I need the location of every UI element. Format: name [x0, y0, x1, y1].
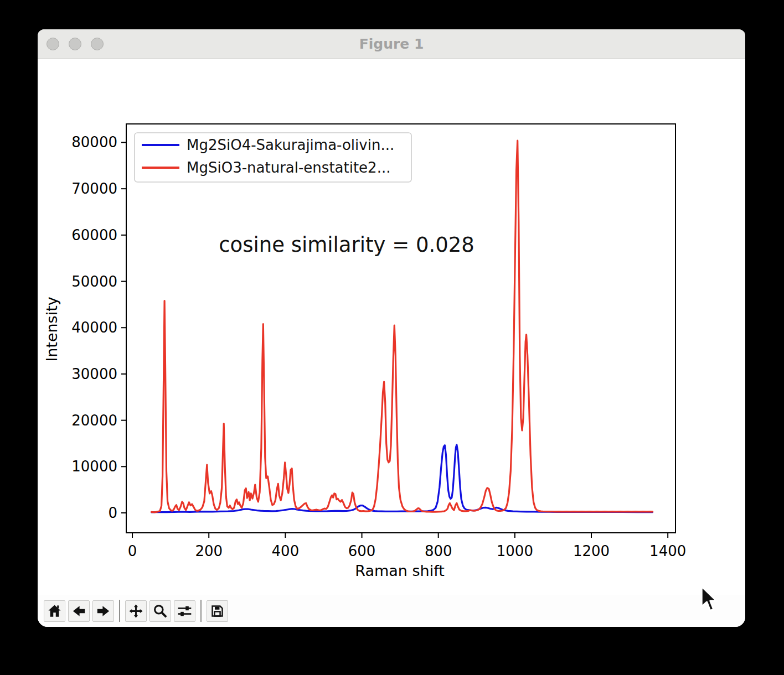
y-tick-label: 20000	[71, 412, 117, 429]
y-tick-label: 0	[108, 505, 117, 521]
legend-label: MgSiO3-natural-enstatite2...	[187, 159, 390, 176]
x-tick-label: 200	[195, 543, 223, 559]
sliders-icon	[177, 604, 192, 619]
y-tick-label: 70000	[71, 180, 117, 197]
magnifier-icon	[153, 604, 168, 619]
zoom-rect-button[interactable]	[149, 600, 171, 622]
x-axis-label: Raman shift	[355, 562, 445, 579]
x-tick-label: 600	[348, 543, 376, 559]
toolbar-separator	[200, 600, 202, 622]
save-button[interactable]	[207, 600, 228, 622]
y-tick-label: 10000	[71, 458, 117, 475]
x-tick-label: 800	[425, 543, 452, 559]
desktop-background: { "window": { "title": "Figure 1" }, "to…	[0, 0, 784, 675]
window-title: Figure 1	[38, 29, 745, 59]
pan-icon	[128, 604, 143, 619]
x-tick-label: 400	[272, 543, 300, 559]
x-tick-label: 1400	[649, 543, 686, 559]
raman-spectra-chart: 0200400600800100012001400010000200003000…	[38, 59, 745, 595]
annotation-text: cosine similarity = 0.028	[219, 233, 474, 257]
y-axis-label: Intensity	[43, 297, 60, 362]
forward-arrow-icon	[96, 604, 111, 619]
y-tick-label: 60000	[71, 227, 117, 243]
toolbar-separator	[119, 600, 120, 622]
home-icon	[47, 604, 62, 619]
y-tick-label: 30000	[71, 366, 117, 382]
x-tick-label: 1000	[497, 543, 533, 559]
figure-window: Figure 1 0200400600800100012001400010000…	[38, 29, 745, 627]
y-tick-label: 40000	[71, 319, 117, 336]
x-tick-label: 0	[128, 543, 137, 559]
save-icon	[210, 604, 225, 619]
y-tick-label: 50000	[71, 273, 117, 290]
x-tick-label: 1200	[573, 543, 610, 559]
back-button[interactable]	[68, 600, 90, 622]
home-button[interactable]	[44, 600, 65, 622]
navigation-toolbar	[38, 595, 745, 627]
pan-button[interactable]	[125, 600, 147, 622]
y-tick-label: 80000	[71, 134, 117, 150]
configure-subplots-button[interactable]	[174, 600, 195, 622]
back-arrow-icon	[71, 604, 86, 619]
legend-label: Mg2SiO4-Sakurajima-olivin...	[187, 137, 394, 153]
figure-canvas[interactable]: 0200400600800100012001400010000200003000…	[38, 59, 745, 595]
spectrum-line-1	[152, 141, 653, 512]
axes-frame	[126, 124, 675, 533]
forward-button[interactable]	[92, 600, 114, 622]
window-titlebar[interactable]: Figure 1	[38, 29, 745, 59]
